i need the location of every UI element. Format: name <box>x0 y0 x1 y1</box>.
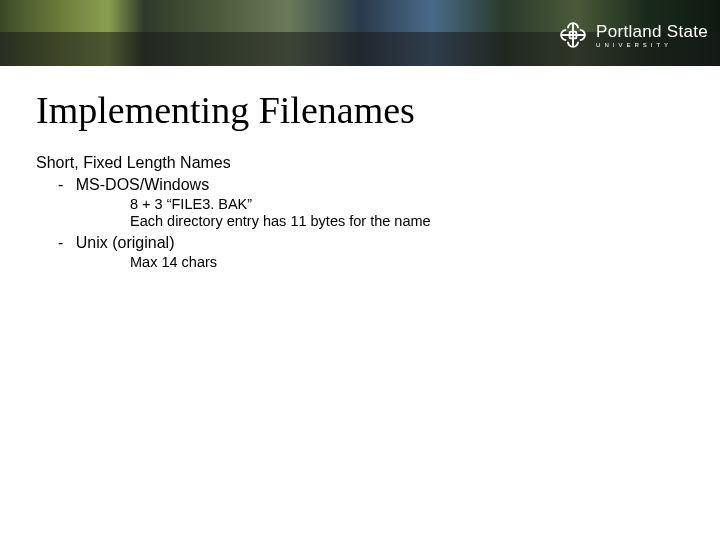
brand-block: Portland State UNIVERSITY <box>556 18 708 52</box>
slide-subhead: Short, Fixed Length Names <box>36 154 684 172</box>
slide-title: Implementing Filenames <box>36 88 684 132</box>
bullet-msdos-detail-2: Each directory entry has 11 bytes for th… <box>130 213 684 229</box>
brand-name: Portland State <box>596 23 708 40</box>
brand-subtitle: UNIVERSITY <box>596 42 708 48</box>
header-banner: Portland State UNIVERSITY <box>0 0 720 66</box>
psu-logo-icon <box>556 18 590 52</box>
bullet-msdos-detail-1: 8 + 3 “FILE3. BAK” <box>130 196 684 212</box>
bullet-msdos: MS-DOS/Windows <box>76 176 684 194</box>
slide-content: Implementing Filenames Short, Fixed Leng… <box>0 66 720 270</box>
bullet-unix-detail-1: Max 14 chars <box>130 254 684 270</box>
bullet-unix: Unix (original) <box>76 234 684 252</box>
